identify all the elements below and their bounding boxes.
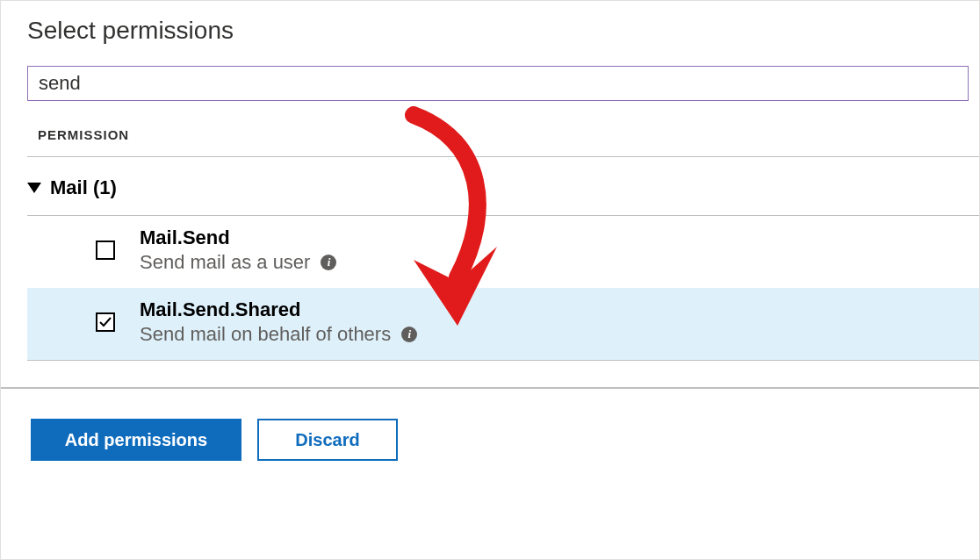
search-input[interactable] <box>27 66 969 101</box>
panel-title: Select permissions <box>27 17 979 45</box>
search-wrap <box>27 66 969 101</box>
column-header-permission: PERMISSION <box>38 127 979 142</box>
permission-row[interactable]: Mail.Send.Shared Send mail on behalf of … <box>27 288 979 360</box>
discard-button[interactable]: Discard <box>257 419 398 461</box>
info-icon[interactable]: i <box>401 327 417 342</box>
check-icon <box>98 315 112 329</box>
permission-group-mail[interactable]: Mail (1) <box>27 157 979 215</box>
permission-group-label: Mail (1) <box>50 176 117 199</box>
permission-name: Mail.Send.Shared <box>140 298 417 321</box>
permission-checkbox[interactable] <box>96 241 115 260</box>
info-icon[interactable]: i <box>321 255 336 270</box>
permission-name: Mail.Send <box>140 226 336 249</box>
footer-actions: Add permissions Discard <box>1 389 979 461</box>
permission-description: Send mail as a user i <box>140 251 336 274</box>
permission-text: Mail.Send Send mail as a user i <box>140 226 336 274</box>
permissions-panel: Select permissions PERMISSION Mail (1) M… <box>0 0 980 560</box>
permission-description: Send mail on behalf of others i <box>140 323 417 346</box>
permission-row[interactable]: Mail.Send Send mail as a user i <box>27 216 979 288</box>
chevron-down-icon <box>27 183 41 193</box>
add-permissions-button[interactable]: Add permissions <box>31 419 241 461</box>
permission-text: Mail.Send.Shared Send mail on behalf of … <box>140 298 417 346</box>
permission-checkbox[interactable] <box>96 312 115 332</box>
